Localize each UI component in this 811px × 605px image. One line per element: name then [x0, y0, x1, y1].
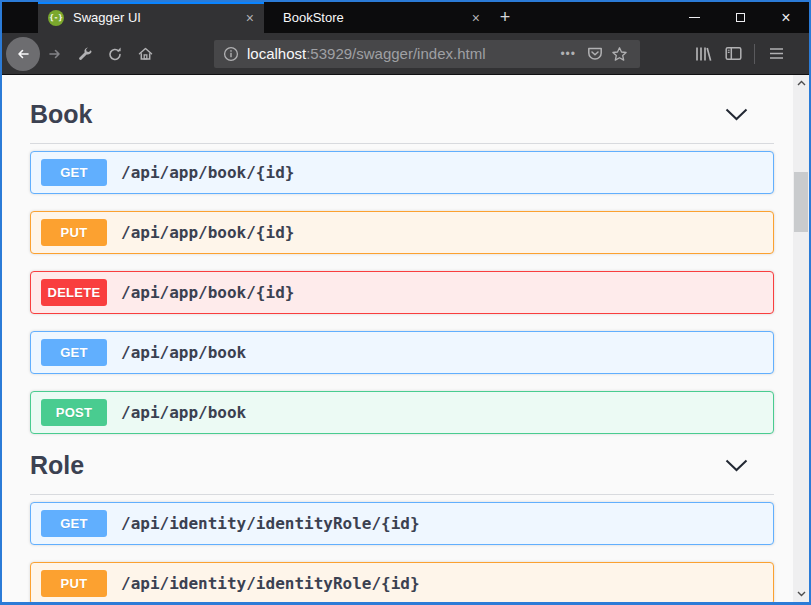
sidebar-toggle-button[interactable]	[718, 39, 748, 69]
page-actions-icon[interactable]: •••	[560, 47, 576, 61]
tab-close-icon[interactable]: ×	[246, 11, 254, 25]
window-controls: ×	[671, 2, 809, 33]
browser-window: {-} Swagger UI × BookStore × + ×	[0, 0, 811, 605]
tab-title: Swagger UI	[73, 10, 238, 25]
method-badge[interactable]: POST	[41, 399, 107, 426]
star-icon	[611, 46, 628, 62]
operation-path: /api/app/book/{id}	[121, 283, 294, 302]
method-badge[interactable]: DELETE	[41, 279, 107, 306]
operation-row[interactable]: POST/api/app/book	[30, 391, 774, 434]
new-tab-button[interactable]: +	[490, 2, 520, 33]
operation-path: /api/app/book	[121, 343, 246, 362]
titlebar-spacer	[2, 2, 38, 33]
tab-title: BookStore	[283, 10, 464, 25]
operation-row[interactable]: PUT/api/identity/identityRole/{id}	[30, 562, 774, 602]
site-info-icon[interactable]	[223, 46, 239, 62]
reload-button[interactable]	[100, 39, 130, 69]
method-badge[interactable]: PUT	[41, 570, 107, 597]
tools-button[interactable]	[70, 39, 100, 69]
back-arrow-icon	[15, 46, 31, 62]
vertical-scrollbar[interactable]	[793, 75, 809, 602]
bookmark-button[interactable]	[607, 39, 631, 69]
method-badge[interactable]: PUT	[41, 219, 107, 246]
tab-close-icon[interactable]: ×	[472, 11, 480, 25]
tab-bookstore[interactable]: BookStore ×	[264, 2, 490, 33]
method-badge[interactable]: GET	[41, 339, 107, 366]
method-badge[interactable]: GET	[41, 510, 107, 537]
library-icon	[694, 46, 712, 62]
navigation-toolbar: localhost:53929/swagger/index.html •••	[2, 33, 809, 75]
maximize-button[interactable]	[717, 2, 763, 33]
scroll-down-button[interactable]	[793, 586, 809, 602]
tab-bar: {-} Swagger UI × BookStore × + ×	[2, 2, 809, 33]
operation-path: /api/app/book	[121, 403, 246, 422]
toolbar-right-icons	[688, 39, 791, 69]
operation-path: /api/identity/identityRole/{id}	[121, 574, 420, 593]
library-button[interactable]	[688, 39, 718, 69]
operation-path: /api/app/book/{id}	[121, 223, 294, 242]
hamburger-menu-icon	[769, 47, 784, 60]
pocket-button[interactable]	[583, 39, 607, 69]
minimize-icon	[689, 17, 700, 18]
section-divider	[30, 494, 774, 495]
operation-row[interactable]: DELETE/api/app/book/{id}	[30, 271, 774, 314]
menu-button[interactable]	[761, 39, 791, 69]
section-collapse-chevron-down-icon[interactable]	[725, 108, 748, 121]
operation-row[interactable]: PUT/api/app/book/{id}	[30, 211, 774, 254]
operation-path: /api/app/book/{id}	[121, 163, 294, 182]
method-badge[interactable]: GET	[41, 159, 107, 186]
home-button[interactable]	[130, 39, 160, 69]
forward-button[interactable]	[40, 39, 70, 69]
url-host: localhost	[247, 45, 306, 62]
operation-row[interactable]: GET/api/app/book	[30, 331, 774, 374]
operations-list: GET/api/identity/identityRole/{id}PUT/ap…	[30, 502, 774, 602]
operation-path: /api/identity/identityRole/{id}	[121, 514, 420, 533]
chevron-up-icon	[797, 80, 806, 86]
operation-row[interactable]: GET/api/identity/identityRole/{id}	[30, 502, 774, 545]
url-path: :53929/swagger/index.html	[306, 45, 485, 62]
section-title: Role	[30, 451, 84, 480]
page-viewport: BookGET/api/app/book/{id}PUT/api/app/boo…	[2, 75, 809, 602]
section-divider	[30, 143, 774, 144]
swagger-sections: BookGET/api/app/book/{id}PUT/api/app/boo…	[2, 75, 793, 602]
forward-arrow-icon	[47, 46, 63, 62]
home-icon	[137, 45, 154, 62]
close-icon: ×	[781, 10, 790, 26]
url-text[interactable]: localhost:53929/swagger/index.html	[247, 45, 553, 62]
scroll-up-button[interactable]	[793, 75, 809, 91]
api-section: RoleGET/api/identity/identityRole/{id}PU…	[30, 451, 774, 602]
section-collapse-chevron-down-icon[interactable]	[725, 459, 748, 472]
operations-list: GET/api/app/book/{id}PUT/api/app/book/{i…	[30, 151, 774, 434]
section-header[interactable]: Role	[30, 451, 774, 479]
wrench-icon	[77, 46, 93, 62]
scrollbar-thumb[interactable]	[794, 172, 808, 232]
chevron-down-icon	[797, 591, 806, 597]
minimize-button[interactable]	[671, 2, 717, 33]
back-button[interactable]	[6, 37, 40, 71]
section-header[interactable]: Book	[30, 100, 774, 128]
pocket-icon	[587, 46, 603, 61]
tab-swagger-ui[interactable]: {-} Swagger UI ×	[38, 2, 264, 33]
toolbar-separator	[754, 44, 755, 64]
operation-row[interactable]: GET/api/app/book/{id}	[30, 151, 774, 194]
close-window-button[interactable]: ×	[763, 2, 809, 33]
section-title: Book	[30, 100, 93, 129]
refresh-icon	[107, 46, 123, 62]
url-bar[interactable]: localhost:53929/swagger/index.html •••	[214, 40, 640, 68]
maximize-icon	[736, 13, 745, 22]
api-section: BookGET/api/app/book/{id}PUT/api/app/boo…	[30, 75, 774, 434]
swagger-favicon-icon: {-}	[48, 10, 64, 26]
sidebar-icon	[725, 46, 742, 61]
